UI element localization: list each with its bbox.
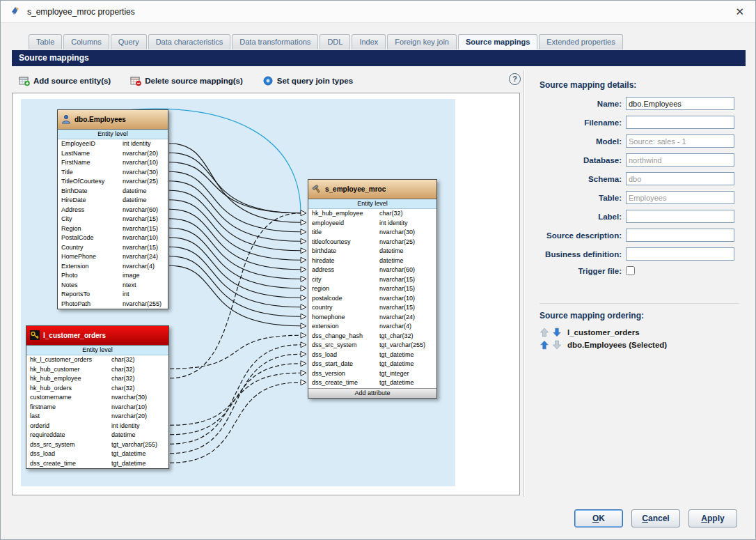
entity-header[interactable]: s_employee_mroc (308, 180, 436, 199)
entity-column-row[interactable]: Addressnvarchar(60) (58, 206, 168, 215)
entity-column-row[interactable]: dss_change_hashtgt_char(32) (308, 332, 436, 341)
entity-column-row[interactable]: dss_loadtgt_datetime (308, 350, 436, 360)
column-name: EmployeeID (61, 139, 123, 149)
entity-column-row[interactable]: Photoimage (58, 271, 168, 281)
name-input[interactable] (626, 97, 734, 110)
filename-input[interactable] (626, 116, 734, 129)
delete-source-mapping-button[interactable]: Delete source mapping(s) (130, 75, 243, 86)
entity-column-row[interactable]: hiredatedatetime (308, 256, 436, 266)
entity-column-row[interactable]: lastnvarchar(20) (26, 412, 168, 422)
entity-column-row[interactable]: hk_hub_employeechar(32) (26, 374, 168, 384)
entity-column-row[interactable]: countrynvarchar(15) (308, 303, 436, 313)
tab-extended-properties[interactable]: Extended properties (539, 34, 622, 49)
entity-lco[interactable]: l_customer_ordersEntity levelhk_l_custom… (26, 325, 169, 469)
label-input[interactable] (626, 210, 734, 223)
source-description-input[interactable] (626, 229, 734, 242)
entity-column-row[interactable]: dss_src_systemtgt_varchar(255) (308, 341, 436, 350)
entity-column-row[interactable]: hk_hub_employeechar(32) (308, 209, 436, 219)
entity-column-row[interactable]: orderidint identity (26, 422, 168, 431)
entity-column-row[interactable]: Titlenvarchar(30) (58, 168, 168, 178)
trigger-file-checkbox[interactable] (626, 266, 635, 275)
add-attribute-button[interactable]: Add attribute (308, 388, 436, 398)
database-input[interactable] (626, 153, 734, 167)
entity-column-row[interactable]: Citynvarchar(15) (58, 215, 168, 224)
entity-column-row[interactable]: dss_loadtgt_datetime (26, 449, 168, 459)
tab-query[interactable]: Query (111, 34, 147, 49)
move-down-icon[interactable] (552, 340, 562, 350)
column-name: City (61, 215, 123, 224)
help-icon[interactable]: ? (509, 73, 521, 85)
entity-column-row[interactable]: postalcodenvarchar(10) (308, 294, 436, 304)
entity-header[interactable]: l_customer_orders (26, 326, 168, 346)
entity-column-row[interactable]: dss_src_systemtgt_varchar(255) (26, 440, 168, 450)
move-up-icon[interactable] (540, 340, 549, 350)
entity-column-row[interactable]: hk_l_customer_orderschar(32) (26, 355, 168, 365)
tab-source-mappings[interactable]: Source mappings (458, 34, 537, 49)
entity-header[interactable]: dbo.Employees (58, 110, 168, 130)
close-icon[interactable]: ✕ (735, 6, 744, 18)
add-source-entity-button[interactable]: Add source entity(s) (19, 75, 111, 86)
entity-column-row[interactable]: citynvarchar(15) (308, 275, 436, 285)
entity-column-row[interactable]: regionnvarchar(15) (308, 284, 436, 294)
entity-column-row[interactable]: PostalCodenvarchar(10) (58, 233, 168, 243)
entity-mroc[interactable]: s_employee_mrocEntity levelhk_hub_employ… (308, 179, 437, 399)
entity-column-row[interactable]: extensionnvarchar(4) (308, 322, 436, 332)
move-down-icon[interactable] (552, 327, 562, 337)
entity-column-row[interactable]: Regionnvarchar(15) (58, 224, 168, 234)
diagram-canvas[interactable]: dbo.EmployeesEntity levelEmployeeIDint i… (21, 99, 455, 486)
entity-column-row[interactable]: customernamenvarchar(30) (26, 393, 168, 403)
entity-column-row[interactable]: HireDatedatetime (58, 196, 168, 206)
entity-column-row[interactable]: addressnvarchar(60) (308, 265, 436, 275)
table-input[interactable] (626, 191, 734, 204)
tab-columns[interactable]: Columns (63, 34, 109, 49)
entity-column-row[interactable]: employeeidint identity (308, 219, 436, 229)
entity-column-row[interactable]: BirthDatedatetime (58, 187, 168, 196)
business-definition-input[interactable] (626, 247, 734, 261)
ordering-item-label[interactable]: l_customer_orders (567, 328, 640, 337)
column-type: char(32) (379, 209, 403, 219)
entity-column-row[interactable]: LastNamenvarchar(20) (58, 149, 168, 159)
tab-data-transformations[interactable]: Data transformations (232, 34, 318, 49)
move-up-icon[interactable] (540, 327, 549, 337)
entity-column-row[interactable]: dss_create_timetgt_datetime (26, 459, 168, 469)
entity-column-row[interactable]: dss_start_datetgt_datetime (308, 360, 436, 369)
mapping-line (169, 153, 301, 213)
entity-column-row[interactable]: hk_hub_customerchar(32) (26, 365, 168, 375)
tab-ddl[interactable]: DDL (320, 34, 350, 49)
entity-column-row[interactable]: homephonenvarchar(24) (308, 313, 436, 323)
entity-column-row[interactable]: PhotoPathnvarchar(255) (58, 300, 168, 309)
field-row: Database: (530, 153, 747, 167)
ordering-item-label[interactable]: dbo.Employees (Selected) (567, 341, 667, 349)
model-input[interactable] (626, 134, 734, 148)
entity-column-row[interactable]: hk_hub_orderschar(32) (26, 384, 168, 394)
entity-column-row[interactable]: FirstNamenvarchar(10) (58, 158, 168, 168)
trigger-file-label: Trigger file: (530, 267, 622, 275)
apply-button[interactable]: Apply (688, 509, 737, 527)
entity-column-row[interactable]: titleofcourtesynvarchar(25) (308, 238, 436, 247)
entity-column-row[interactable]: Extensionnvarchar(4) (58, 262, 168, 272)
tab-table[interactable]: Table (29, 34, 62, 49)
entity-column-row[interactable]: HomePhonenvarchar(24) (58, 252, 168, 262)
tab-foreign-key-join[interactable]: Foreign key join (387, 34, 457, 49)
schema-input[interactable] (626, 172, 734, 185)
entity-column-row[interactable]: Notesntext (58, 281, 168, 291)
entity-column-row[interactable]: TitleOfCourtesynvarchar(25) (58, 177, 168, 187)
column-type: datetime (379, 256, 404, 266)
entity-column-row[interactable]: titlenvarchar(30) (308, 228, 436, 238)
entity-emp[interactable]: dbo.EmployeesEntity levelEmployeeIDint i… (57, 109, 168, 309)
ok-button[interactable]: OK (574, 509, 623, 527)
entity-column-row[interactable]: requireddatedatetime (26, 431, 168, 440)
entity-column-row[interactable]: ReportsToint (58, 290, 168, 300)
entity-column-row[interactable]: dss_versiontgt_integer (308, 369, 436, 379)
entity-column-row[interactable]: birthdatedatetime (308, 247, 436, 256)
set-query-join-types-button[interactable]: Set query join types (262, 75, 353, 86)
entity-column-row[interactable]: firstnamenvarchar(10) (26, 403, 168, 412)
tab-index[interactable]: Index (352, 34, 386, 49)
mapping-line (170, 335, 301, 369)
app-icon (9, 5, 22, 19)
cancel-button[interactable]: Cancel (631, 509, 680, 527)
entity-column-row[interactable]: dss_create_timetgt_datetime (308, 378, 436, 388)
entity-column-row[interactable]: Countrynvarchar(15) (58, 243, 168, 253)
tab-data-characteristics[interactable]: Data characteristics (148, 34, 231, 49)
entity-column-row[interactable]: EmployeeIDint identity (58, 139, 168, 149)
